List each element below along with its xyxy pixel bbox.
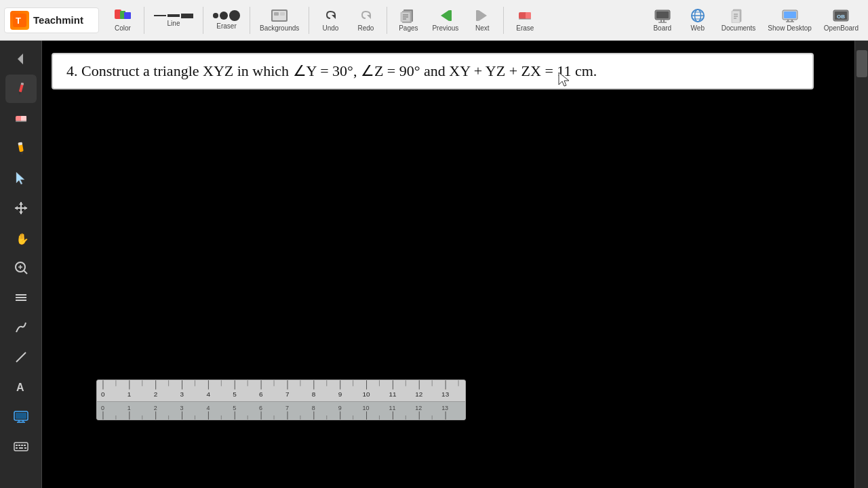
openboard-label: OpenBoard <box>824 24 859 32</box>
next-label: Next <box>475 24 490 32</box>
svg-text:11: 11 <box>389 405 395 411</box>
svg-text:5: 5 <box>233 405 236 411</box>
svg-text:7: 7 <box>285 390 290 398</box>
svg-rect-86 <box>97 380 465 401</box>
sidebar-draw-tool[interactable] <box>5 313 37 342</box>
documents-icon <box>730 8 747 23</box>
eraser-tool[interactable]: Eraser <box>208 7 245 33</box>
cursor-icon <box>14 171 28 186</box>
svg-rect-80 <box>18 445 20 446</box>
svg-marker-58 <box>19 202 23 205</box>
divider-5 <box>387 7 387 34</box>
svg-text:1: 1 <box>127 390 132 398</box>
color-tool[interactable]: Color <box>106 5 140 35</box>
svg-rect-85 <box>24 447 26 449</box>
main-area: ✛ ✋ <box>0 41 868 488</box>
svg-rect-78 <box>14 443 28 451</box>
logo[interactable]: T Teachmint <box>4 7 99 33</box>
svg-rect-129 <box>97 402 465 420</box>
svg-line-65 <box>24 270 27 274</box>
web-icon <box>689 8 707 23</box>
sidebar-hand-tool[interactable]: ✋ <box>5 224 37 252</box>
erase-label: Erase <box>516 24 534 32</box>
svg-marker-45 <box>18 54 23 64</box>
sidebar-highlight-tool[interactable] <box>5 134 37 163</box>
svg-text:9: 9 <box>338 405 342 411</box>
svg-text:12: 12 <box>415 390 422 398</box>
svg-rect-16 <box>449 10 452 21</box>
color-label: Color <box>115 24 131 32</box>
sidebar-eraser-tool[interactable] <box>5 104 37 133</box>
draw-icon <box>14 320 28 335</box>
sidebar-select-tool[interactable] <box>5 164 37 192</box>
svg-marker-59 <box>19 211 23 214</box>
openboard-tool[interactable]: OB OpenBoard <box>818 5 864 35</box>
svg-rect-38 <box>784 12 796 18</box>
ruler-top: 0 1 2 3 4 5 6 7 8 <box>97 380 465 402</box>
board-tool[interactable]: Board <box>646 5 679 35</box>
erase-tool[interactable]: Erase <box>508 5 542 35</box>
next-tool[interactable]: Next <box>465 5 499 35</box>
svg-text:3: 3 <box>180 405 184 411</box>
sidebar-keyboard-tool[interactable] <box>5 432 37 461</box>
divider-3 <box>250 7 250 34</box>
sidebar-pen-tool[interactable] <box>5 75 37 103</box>
line-med <box>167 14 180 17</box>
backgrounds-icon <box>270 8 289 23</box>
svg-rect-50 <box>21 116 26 121</box>
web-tool[interactable]: Web <box>681 5 715 35</box>
svg-rect-82 <box>24 445 26 446</box>
board-icon <box>654 8 671 23</box>
pages-tool[interactable]: Pages <box>391 5 425 35</box>
svg-text:8: 8 <box>312 390 316 398</box>
toolbar: T Teachmint Color Line <box>0 0 868 41</box>
sidebar-text-tool[interactable]: A <box>5 373 37 401</box>
redo-tool[interactable]: Redo <box>349 5 382 35</box>
line-tool[interactable]: Line <box>149 11 199 30</box>
svg-rect-8 <box>280 12 285 16</box>
undo-icon <box>322 8 338 23</box>
svg-rect-33 <box>732 11 740 23</box>
documents-label: Documents <box>722 24 756 32</box>
sidebar-ruler-tool[interactable] <box>5 283 37 312</box>
svg-text:8: 8 <box>312 405 315 411</box>
text-icon: A <box>14 380 28 394</box>
previous-tool[interactable]: Previous <box>427 5 464 35</box>
svg-text:5: 5 <box>233 390 237 398</box>
svg-marker-55 <box>16 172 24 184</box>
undo-tool[interactable]: Undo <box>313 5 347 35</box>
right-scroll-handle[interactable] <box>856 50 867 77</box>
zoom-icon <box>14 260 28 275</box>
svg-text:0: 0 <box>101 390 105 398</box>
svg-text:10: 10 <box>363 405 370 411</box>
backgrounds-tool[interactable]: Backgrounds <box>254 5 304 35</box>
svg-text:4: 4 <box>206 405 210 411</box>
svg-marker-53 <box>19 151 24 155</box>
pages-icon <box>399 8 417 23</box>
ruler-bottom: 0 1 2 3 4 5 6 7 8 <box>97 402 465 420</box>
sidebar-zoom-tool[interactable] <box>5 253 37 282</box>
divider-4 <box>309 7 309 34</box>
eraser-label: Eraser <box>216 22 236 30</box>
sidebar-move-tool[interactable]: ✛ <box>5 194 37 222</box>
svg-text:2: 2 <box>154 405 157 411</box>
svg-text:12: 12 <box>415 405 422 411</box>
dot-sm <box>213 13 218 18</box>
sidebar-nav-arrow[interactable] <box>5 45 37 73</box>
right-sidebar <box>854 41 868 488</box>
svg-rect-81 <box>21 445 23 446</box>
app-name: Teachmint <box>33 14 83 26</box>
show-desktop-label: Show Desktop <box>768 24 811 32</box>
show-desktop-tool[interactable]: Show Desktop <box>762 5 816 35</box>
svg-text:6: 6 <box>259 390 263 398</box>
canvas-area[interactable]: 4. Construct a triangle XYZ in which ∠Y … <box>42 41 854 488</box>
sidebar-line-tool[interactable] <box>5 343 37 371</box>
redo-label: Redo <box>357 24 374 32</box>
svg-text:0: 0 <box>101 405 104 411</box>
ruler-widget[interactable]: 0 1 2 3 4 5 6 7 8 <box>96 380 466 420</box>
documents-tool[interactable]: Documents <box>716 5 762 35</box>
undo-label: Undo <box>322 24 338 32</box>
svg-rect-4 <box>124 12 131 19</box>
svg-text:T: T <box>16 16 21 26</box>
sidebar-screen-tool[interactable] <box>5 403 37 431</box>
